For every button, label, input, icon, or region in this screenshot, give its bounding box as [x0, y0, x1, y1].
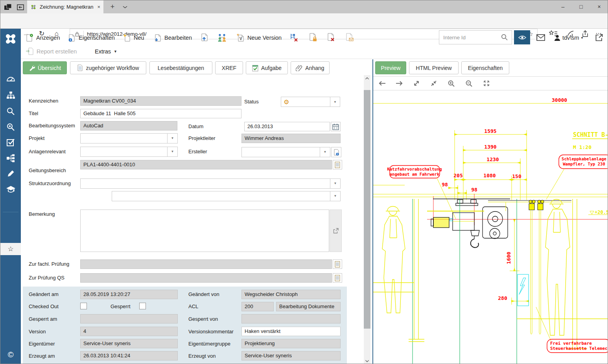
- tab-anhang[interactable]: Anhang: [291, 61, 330, 74]
- callout-katzfahr-line2: angebaut am Fahrwerk: [390, 172, 440, 176]
- geltungsbereich-list-button[interactable]: [333, 160, 342, 169]
- gesperrt-label: Gesperrt: [111, 303, 131, 309]
- neu-button[interactable]: Neu: [123, 32, 144, 44]
- external-open-icon[interactable]: [595, 33, 603, 42]
- tab-lesebestaetigungen[interactable]: Lesebestätigungen: [149, 61, 212, 74]
- status-label: Status: [244, 99, 259, 105]
- status-field[interactable]: ⚙ In Bearbeitung: [281, 97, 330, 107]
- datum-calendar-button[interactable]: [331, 122, 341, 131]
- tabs-set-aside-icon[interactable]: [4, 3, 12, 11]
- window-close-button[interactable]: ×: [590, 0, 608, 13]
- window-maximize-button[interactable]: □: [572, 0, 590, 13]
- preview-shrink-button[interactable]: [428, 77, 440, 89]
- training-cap-icon[interactable]: [6, 185, 16, 194]
- tab-preview[interactable]: Preview: [375, 61, 406, 74]
- hierarchy-icon[interactable]: [6, 91, 15, 100]
- bearbeiten-button[interactable]: Bearbeiten: [154, 32, 192, 44]
- versionskommentar-label: Versionskommentar: [188, 329, 234, 335]
- bemerkung-label: Bemerkung: [29, 211, 55, 217]
- participants-icon[interactable]: [217, 33, 227, 42]
- remove-structure-icon[interactable]: [290, 33, 298, 42]
- neue-version-button[interactable]: V Neue Version: [236, 32, 282, 44]
- window-minimize-button[interactable]: –: [554, 0, 572, 13]
- versionskommentar-field[interactable]: Haken verstärkt: [241, 327, 341, 336]
- tab-eigenschaften[interactable]: Eigenschaften: [461, 61, 509, 74]
- bemerkung-textarea[interactable]: [80, 210, 329, 252]
- edit-pencil-icon[interactable]: [6, 169, 15, 178]
- zur-pruefung-qs-list-button[interactable]: [333, 273, 342, 283]
- anzeigen-button[interactable]: Anzeigen: [26, 32, 60, 44]
- tab-uebersicht[interactable]: Übersicht: [23, 61, 67, 74]
- chevron-down-icon[interactable]: ▼: [330, 191, 340, 201]
- tab-close-icon[interactable]: ×: [97, 4, 100, 10]
- anlagenrelevant-select[interactable]: Ja ▼: [80, 147, 178, 157]
- zur-pruefung-qs-field: [80, 273, 332, 283]
- tab-html-preview[interactable]: HTML Preview: [409, 61, 459, 74]
- eigenschaften-button[interactable]: Eigenschaften: [68, 32, 115, 44]
- cad-preview-canvas[interactable]: 30000: [373, 90, 608, 364]
- tasks-check-icon[interactable]: [6, 138, 15, 147]
- paperclip-icon: [296, 64, 302, 71]
- zur-pruefung-qs-label: Zur Prüfung QS: [29, 275, 64, 281]
- chevron-down-icon[interactable]: ▼: [320, 147, 330, 157]
- titel-field[interactable]: Gebäude 11 Halle 505: [80, 109, 241, 118]
- structure-tree-icon[interactable]: [6, 154, 15, 163]
- extras-menu-button[interactable]: Extras ▼: [95, 46, 117, 57]
- delete-doc-icon[interactable]: [327, 33, 335, 42]
- search-icon[interactable]: [6, 107, 15, 116]
- chevron-down-icon[interactable]: ▼: [330, 179, 340, 188]
- preview-fullscreen-button[interactable]: [481, 77, 492, 89]
- user-menu[interactable]: tdv\sm ▾: [554, 32, 583, 44]
- scrollbar-up-button[interactable]: [364, 75, 370, 82]
- mail-doc-icon[interactable]: [345, 33, 354, 42]
- chevron-down-icon[interactable]: ▼: [167, 147, 177, 156]
- status-dropdown-button[interactable]: ▼: [330, 97, 340, 107]
- strukturzuordnung-select[interactable]: 07 Zeichnungen, Fotos ▼: [80, 178, 341, 189]
- dashboard-icon[interactable]: [6, 75, 15, 84]
- bemerkung-expand-button[interactable]: [330, 210, 342, 252]
- browser-tab[interactable]: Zeichnung: Magnetkran ×: [27, 0, 103, 13]
- search-icon[interactable]: [501, 33, 509, 41]
- new-tab-button[interactable]: +: [107, 0, 118, 13]
- mail-icon[interactable]: [536, 34, 545, 41]
- lock-doc-icon[interactable]: [309, 33, 317, 42]
- tab-aufgabe[interactable]: Aufgabe: [246, 61, 288, 74]
- checked-out-checkbox[interactable]: [80, 303, 87, 309]
- scrollbar-down-button[interactable]: [364, 358, 370, 364]
- tabs-preview-icon[interactable]: [16, 3, 25, 11]
- preview-divider-top: [373, 76, 608, 77]
- scrollbar-thumb[interactable]: [364, 90, 370, 329]
- anlagenrelevant-label: Anlagenrelevant: [29, 149, 66, 154]
- preview-zoom-out-button[interactable]: [463, 77, 475, 89]
- schnitt-title: SCHNITT B-: [573, 131, 608, 138]
- gesperrt-am-field: [80, 314, 178, 324]
- preview-zoom-in-button[interactable]: [445, 77, 457, 89]
- preview-prev-button[interactable]: [376, 77, 388, 89]
- tab-xref[interactable]: XREF: [215, 61, 243, 74]
- callout-schlepp-line1: Schleppkabelanlage: [562, 156, 606, 161]
- zur-fachl-pruefung-label: Zur fachl. Prüfung: [29, 261, 69, 267]
- strukturzuordnung-sub-select[interactable]: Zeichnungen ▼: [112, 191, 341, 201]
- preview-next-button[interactable]: [393, 77, 405, 89]
- tab-workflow[interactable]: zugehöriger Workflow: [70, 61, 146, 74]
- zur-fachl-pruefung-list-button[interactable]: [333, 259, 342, 269]
- eigentuemer-label: Eigentümer: [29, 341, 55, 347]
- projekt-select[interactable]: Erweiterung Werkshalle S04 ▼: [80, 133, 178, 143]
- chevron-down-icon[interactable]: ▼: [167, 134, 177, 143]
- cad-drawing: 30000: [373, 90, 608, 364]
- preview-expand-button[interactable]: [411, 77, 422, 89]
- datum-field[interactable]: 26.03.2013: [244, 122, 330, 131]
- checked-out-label: Checked Out: [29, 303, 59, 309]
- ersteller-info-button[interactable]: [331, 147, 341, 157]
- ersteller-select[interactable]: Wimmer Andreas ▼: [241, 147, 330, 157]
- geltungsbereich-label: Geltungsbereich: [29, 167, 66, 173]
- tab-list-chevron-icon[interactable]: [122, 6, 128, 9]
- search-zoom-icon[interactable]: [6, 123, 15, 132]
- gesperrt-checkbox[interactable]: [139, 303, 146, 309]
- preview-eye-button[interactable]: [514, 30, 530, 44]
- report-erstellen-button[interactable]: Report erstellen: [26, 46, 77, 57]
- sidebar-item-favorites[interactable]: ☆: [0, 243, 21, 255]
- interne-id-search-input[interactable]: Interne Id: [439, 30, 512, 44]
- dim-1595: 1595: [484, 128, 496, 134]
- checkin-doc-icon[interactable]: [200, 33, 209, 42]
